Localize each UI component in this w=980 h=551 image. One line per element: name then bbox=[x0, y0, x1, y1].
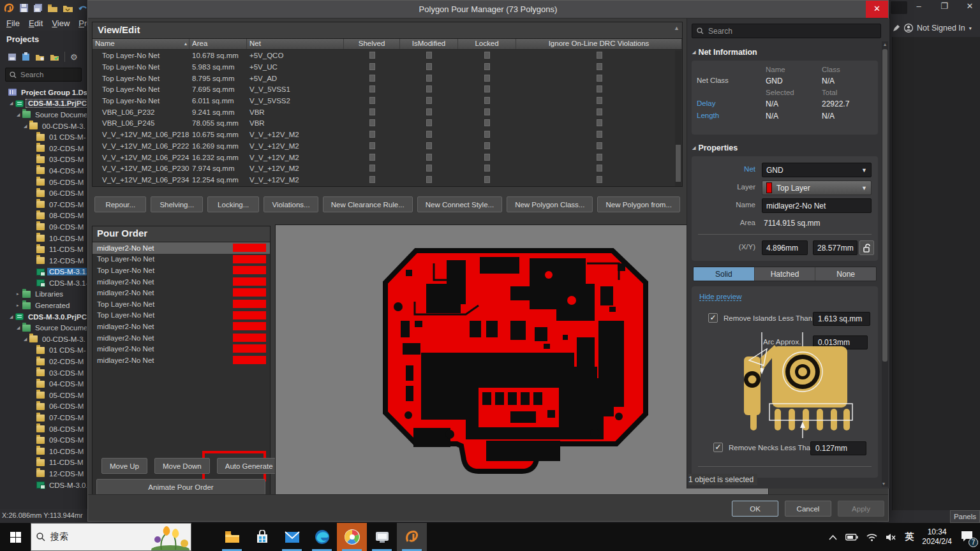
pour-order-item[interactable]: midlayer2-No Net bbox=[93, 242, 270, 254]
arc-approx-input[interactable]: 0.013mm bbox=[813, 335, 868, 349]
locked-checkbox[interactable] bbox=[458, 119, 516, 126]
ismodified-checkbox[interactable] bbox=[400, 97, 458, 104]
ismodified-checkbox[interactable] bbox=[400, 154, 458, 161]
table-row[interactable]: VBR_L06_P245 78.055 sq.mm VBR bbox=[93, 117, 682, 129]
open-project-icon[interactable] bbox=[63, 4, 73, 13]
taskbar-active-app[interactable] bbox=[337, 523, 367, 551]
fill-mode-tab[interactable]: Hatched bbox=[755, 267, 816, 281]
projects-search[interactable]: Search bbox=[5, 68, 82, 82]
shelved-checkbox[interactable] bbox=[344, 85, 400, 92]
action-button[interactable]: Repour... bbox=[94, 196, 146, 212]
minimize-button[interactable]: – bbox=[909, 1, 928, 15]
pour-order-item[interactable]: midlayer2-No Net bbox=[93, 343, 270, 355]
tree-item[interactable]: 04-CDS-M bbox=[0, 378, 87, 390]
tree-item[interactable]: 01 CDS-M- bbox=[0, 131, 87, 143]
drc-checkbox[interactable] bbox=[516, 142, 682, 149]
shelved-checkbox[interactable] bbox=[344, 176, 400, 183]
tree-item[interactable]: 11-CDS-M bbox=[0, 457, 87, 469]
column-ismodified[interactable]: IsModified bbox=[400, 39, 458, 49]
taskbar-edge[interactable] bbox=[307, 523, 337, 551]
tree-item[interactable]: 05-CDS-M bbox=[0, 177, 87, 188]
action-button[interactable]: Shelving... bbox=[151, 196, 202, 212]
column-area[interactable]: Area bbox=[189, 39, 247, 49]
table-row[interactable]: V_V_+12V_M2_L06_P224 16.232 sq.mm V_V_+1… bbox=[93, 151, 682, 163]
dock-tab[interactable] bbox=[891, 1, 907, 14]
menu-file[interactable]: File bbox=[6, 18, 20, 28]
ok-button[interactable]: OK bbox=[732, 501, 778, 517]
table-row[interactable]: V_V_+12V_M2_L06_P218 10.675 sq.mm V_V_+1… bbox=[93, 129, 682, 140]
fill-mode-tab[interactable]: None bbox=[815, 267, 876, 281]
tree-expander-icon[interactable]: ◢ bbox=[10, 101, 15, 106]
tree-expander-icon[interactable]: ◢ bbox=[17, 325, 22, 330]
table-row[interactable]: V_V_+12V_M2_L06_P230 7.974 sq.mm V_V_+12… bbox=[93, 163, 682, 174]
lock-toggle-button[interactable] bbox=[859, 240, 874, 255]
tree-expander-icon[interactable]: ▸ bbox=[17, 303, 22, 308]
close-window-button[interactable]: ✕ bbox=[960, 1, 979, 15]
drc-checkbox[interactable] bbox=[516, 119, 682, 126]
tree-expander-icon[interactable]: ◢ bbox=[24, 124, 29, 129]
tree-item[interactable]: 09-CDS-M bbox=[0, 221, 87, 233]
shelved-checkbox[interactable] bbox=[344, 131, 400, 138]
tree-item[interactable]: 10-CDS-M bbox=[0, 233, 87, 244]
ismodified-checkbox[interactable] bbox=[400, 176, 458, 183]
ismodified-checkbox[interactable] bbox=[400, 131, 458, 138]
action-button[interactable]: New Polygon from... bbox=[597, 196, 680, 212]
net-information-header[interactable]: ◢Net Information bbox=[692, 48, 757, 57]
action-button[interactable]: Locking... bbox=[207, 196, 259, 212]
tree-item[interactable]: 08-CDS-M bbox=[0, 210, 87, 222]
tree-item[interactable]: 11-CDS-M bbox=[0, 244, 87, 255]
table-row[interactable]: V_V_+12V_M2_L06_P234 12.254 sq.mm V_V_+1… bbox=[93, 174, 682, 186]
ismodified-checkbox[interactable] bbox=[400, 52, 458, 59]
remove-necks-checkbox[interactable]: ✓ bbox=[713, 443, 723, 452]
taskbar-altium[interactable] bbox=[397, 523, 427, 551]
drc-checkbox[interactable] bbox=[516, 154, 682, 161]
tree-item[interactable]: 12-CDS-M bbox=[0, 468, 87, 480]
locked-checkbox[interactable] bbox=[458, 142, 516, 149]
tree-item[interactable]: 10-CDS-M bbox=[0, 446, 87, 457]
sign-in-area[interactable]: Not Signed In ▾ bbox=[892, 20, 980, 36]
taskbar-utility-app[interactable] bbox=[367, 523, 397, 551]
start-button[interactable] bbox=[0, 523, 31, 551]
tree-item[interactable]: 04-CDS-M bbox=[0, 165, 87, 177]
tree-item[interactable]: ▸ Libraries bbox=[0, 289, 87, 300]
tree-item[interactable]: 07-CDS-M bbox=[0, 412, 87, 423]
save-project-icon[interactable] bbox=[8, 53, 17, 61]
shelved-checkbox[interactable] bbox=[344, 52, 400, 59]
tree-item[interactable]: 05-CDS-M bbox=[0, 390, 87, 401]
hide-preview-link[interactable]: Hide preview bbox=[699, 293, 741, 301]
drc-checkbox[interactable] bbox=[516, 63, 682, 70]
column-locked[interactable]: Locked bbox=[458, 39, 516, 49]
drc-checkbox[interactable] bbox=[516, 108, 682, 115]
column-net[interactable]: Net bbox=[247, 39, 344, 49]
tree-item[interactable]: 03-CDS-M bbox=[0, 367, 87, 379]
tree-expander-icon[interactable]: ◢ bbox=[17, 112, 22, 117]
restore-button[interactable]: ❐ bbox=[935, 1, 954, 15]
shelved-checkbox[interactable] bbox=[344, 97, 400, 104]
table-row[interactable]: Top Layer-No Net 6.011 sq.mm V_V_5VSS2 bbox=[93, 95, 682, 107]
action-button[interactable]: New Connect Style... bbox=[417, 196, 502, 212]
tree-item[interactable]: ◢ CDS-M-3.1.PrjPC bbox=[0, 98, 87, 110]
menu-view[interactable]: View bbox=[52, 18, 70, 28]
tree-item[interactable]: CDS-M-3.0.P bbox=[0, 480, 87, 491]
ismodified-checkbox[interactable] bbox=[400, 119, 458, 126]
table-row[interactable]: V_V_+12V_M2_L06_P222 16.269 sq.mm V_V_+1… bbox=[93, 140, 682, 152]
remove-islands-input[interactable]: 1.613 sq.mm bbox=[813, 312, 870, 326]
shelved-checkbox[interactable] bbox=[344, 75, 400, 82]
taskbar-file-explorer[interactable] bbox=[217, 523, 247, 551]
shelved-checkbox[interactable] bbox=[344, 154, 400, 161]
clipboard-icon[interactable] bbox=[22, 52, 30, 61]
pour-order-item[interactable]: midlayer2-No Net bbox=[93, 355, 270, 366]
tree-item[interactable]: 03-CDS-M bbox=[0, 154, 87, 166]
undo-icon[interactable] bbox=[78, 4, 88, 13]
tree-expander-icon[interactable]: ◢ bbox=[10, 314, 15, 320]
column-shelved[interactable]: Shelved bbox=[344, 39, 400, 49]
ismodified-checkbox[interactable] bbox=[400, 63, 458, 70]
folder-check-icon[interactable] bbox=[50, 53, 59, 61]
tree-item[interactable]: 08-CDS-M bbox=[0, 423, 87, 435]
settings-gear-icon[interactable]: ⚙ bbox=[70, 52, 78, 62]
table-row[interactable]: Top Layer-No Net 10.678 sq.mm +5V_QCO bbox=[93, 50, 682, 61]
panels-button[interactable]: Panels bbox=[950, 510, 980, 523]
ime-indicator[interactable]: 英 bbox=[905, 531, 914, 543]
ismodified-checkbox[interactable] bbox=[400, 165, 458, 172]
inspector-search[interactable]: Search bbox=[692, 24, 881, 38]
